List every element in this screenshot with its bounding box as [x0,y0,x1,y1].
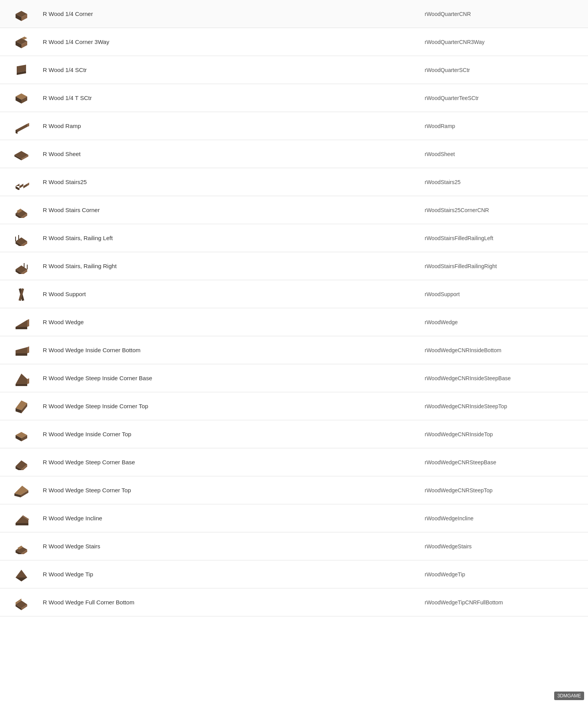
item-icon-cell [8,61,35,79]
table-row[interactable]: R Wood WedgerWoodWedge [0,308,588,336]
item-icon [12,285,31,304]
table-row[interactable]: R Wood Wedge Full Corner BottomrWoodWedg… [0,588,588,616]
svg-marker-65 [16,570,27,578]
svg-marker-43 [16,374,27,384]
item-icon [12,201,31,219]
item-name: R Wood Stairs25 [35,179,425,185]
svg-marker-20 [27,183,29,186]
table-row[interactable]: R Wood SupportrWoodSupport [0,280,588,308]
item-code: rWoodWedgeCNRSteepBase [425,459,580,465]
item-icon-cell [8,117,35,135]
item-name: R Wood Wedge Incline [35,515,425,521]
item-name: R Wood Wedge [35,319,425,325]
table-row[interactable]: R Wood Wedge Inside Corner BottomrWoodWe… [0,336,588,364]
item-icon-cell [8,481,35,500]
item-code: rWoodSheet [425,151,580,157]
item-name: R Wood Stairs, Railing Right [35,263,425,269]
item-icon [12,313,31,332]
table-row[interactable]: R Wood RamprWoodRamp [0,112,588,140]
item-name: R Wood Wedge Full Corner Bottom [35,599,425,606]
item-code: rWoodWedgeIncline [425,515,580,521]
svg-marker-42 [27,346,29,353]
item-code: rWoodWedgeTipCNRFullBottom [425,599,580,606]
item-icon [12,5,31,23]
item-icon [12,257,31,276]
item-icon-cell [8,397,35,416]
table-row[interactable]: R Wood Wedge Inside Corner ToprWoodWedge… [0,420,588,448]
item-icon [12,509,31,528]
item-icon-cell [8,509,35,528]
item-icon [12,173,31,191]
item-code: rWoodStairsFilledRailingRight [425,263,580,269]
item-icon [12,593,31,612]
table-row[interactable]: R Wood Wedge Steep Inside Corner BaserWo… [0,364,588,392]
item-name: R Wood Wedge Inside Corner Top [35,431,425,437]
item-code: rWoodWedgeCNRInsideTop [425,431,580,437]
item-icon-cell [8,201,35,219]
item-icon [12,565,31,584]
item-name: R Wood Wedge Stairs [35,543,425,550]
svg-marker-39 [27,319,29,327]
table-row[interactable]: R Wood Stairs CornerrWoodStairs25CornerC… [0,196,588,224]
item-name: R Wood Stairs Corner [35,207,425,213]
item-icon [12,397,31,416]
table-row[interactable]: R Wood 1/4 Corner 3WayrWoodQuarterCNR3Wa… [0,28,588,56]
item-code: rWoodWedge [425,319,580,325]
item-name: R Wood Wedge Steep Corner Top [35,487,425,493]
item-code: rWoodWedgeCNRSteepTop [425,487,580,493]
svg-marker-45 [27,378,29,384]
items-table: R Wood 1/4 CornerrWoodQuarterCNR R Wood … [0,0,588,704]
item-name: R Wood Wedge Steep Inside Corner Base [35,375,425,381]
item-icon [12,341,31,360]
item-code: rWoodWedgeTip [425,571,580,578]
item-name: R Wood Wedge Steep Corner Base [35,459,425,465]
item-icon-cell [8,425,35,444]
item-icon-cell [8,5,35,23]
table-row[interactable]: R Wood Wedge Steep Corner ToprWoodWedgeC… [0,476,588,504]
item-code: rWoodStairsFilledRailingLeft [425,235,580,241]
table-row[interactable]: R Wood 1/4 SCtrrWoodQuarterSCtr [0,56,588,84]
item-icon-cell [8,537,35,556]
svg-marker-19 [16,186,19,190]
item-icon [12,33,31,51]
item-code: rWoodStairs25 [425,179,580,185]
item-icon [12,453,31,472]
svg-marker-38 [16,327,27,329]
table-row[interactable]: R Wood 1/4 T SCtrrWoodQuarterTeeSCtr [0,84,588,112]
table-row[interactable]: R Wood Wedge InclinerWoodWedgeIncline [0,504,588,532]
table-row[interactable]: R Wood Wedge Steep Corner BaserWoodWedge… [0,448,588,476]
item-code: rWoodSupport [425,291,580,297]
table-row[interactable]: R Wood Stairs, Railing LeftrWoodStairsFi… [0,224,588,252]
item-name: R Wood 1/4 Corner 3Way [35,39,425,45]
table-row[interactable]: R Wood Wedge TiprWoodWedgeTip [0,560,588,588]
table-row[interactable]: R Wood Stairs25rWoodStairs25 [0,168,588,196]
item-icon [12,425,31,444]
item-icon-cell [8,593,35,612]
item-icon-cell [8,313,35,332]
item-icon [12,481,31,500]
item-code: rWoodWedgeCNRInsideSteepTop [425,403,580,409]
table-row[interactable]: R Wood Stairs, Railing RightrWoodStairsF… [0,252,588,280]
item-icon-cell [8,89,35,107]
watermark-label: 3DMGAME [554,692,584,700]
item-icon-cell [8,145,35,163]
item-code: rWoodWedgeStairs [425,543,580,550]
item-name: R Wood Wedge Inside Corner Bottom [35,347,425,353]
item-name: R Wood Wedge Tip [35,571,425,578]
svg-marker-40 [16,347,27,353]
svg-marker-41 [16,353,27,356]
item-icon-cell [8,257,35,276]
table-row[interactable]: R Wood Wedge Steep Inside Corner ToprWoo… [0,392,588,420]
item-code: rWoodQuarterCNR [425,11,580,17]
item-code: rWoodStairs25CornerCNR [425,207,580,213]
table-row[interactable]: R Wood SheetrWoodSheet [0,140,588,168]
item-icon-cell [8,33,35,51]
svg-marker-37 [16,320,27,327]
table-row[interactable]: R Wood Wedge StairsrWoodWedgeStairs [0,532,588,560]
svg-marker-14 [27,123,29,127]
item-icon [12,537,31,556]
item-icon [12,369,31,388]
item-icon [12,117,31,135]
table-row[interactable]: R Wood 1/4 CornerrWoodQuarterCNR [0,0,588,28]
item-code: rWoodRamp [425,123,580,129]
